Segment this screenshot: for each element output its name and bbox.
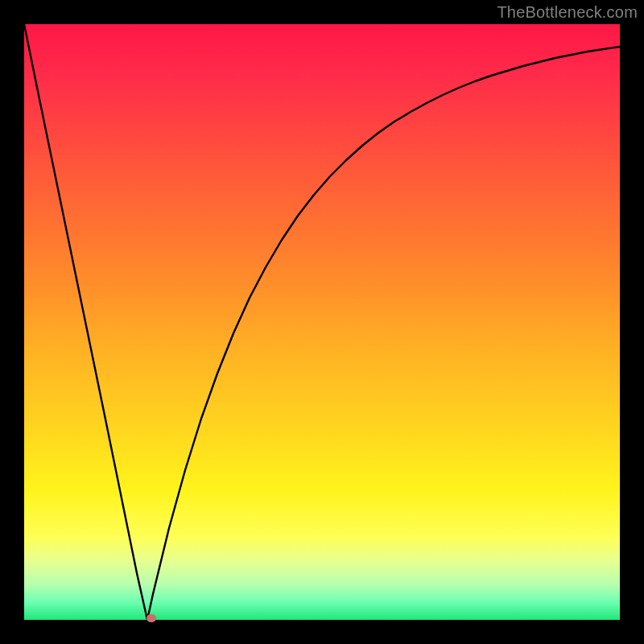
chart-area [24, 24, 620, 620]
optimum-marker [147, 614, 156, 622]
bottleneck-curve [24, 24, 620, 620]
watermark-text: TheBottleneck.com [497, 3, 638, 22]
